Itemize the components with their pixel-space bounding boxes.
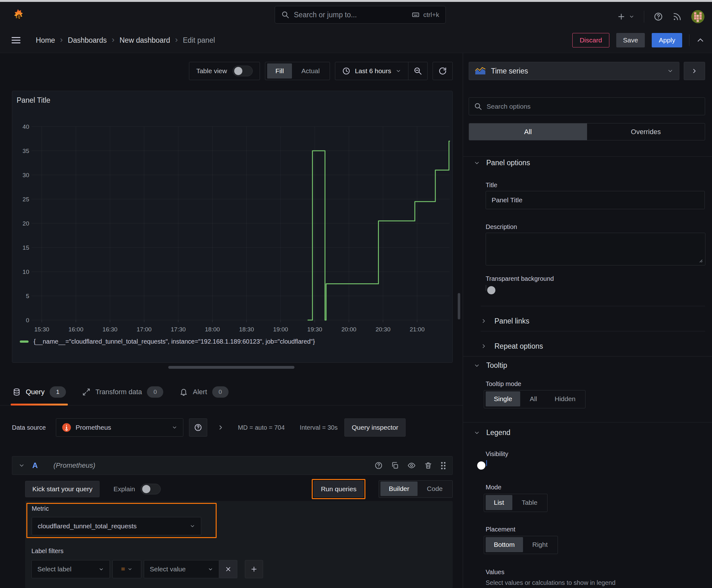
time-range-picker[interactable]: Last 6 hours — [335, 62, 408, 80]
scope-overrides[interactable]: Overrides — [587, 123, 705, 140]
query-ref-id: A — [33, 461, 38, 470]
options-search[interactable] — [469, 97, 705, 115]
visibility-toggle[interactable] — [486, 460, 487, 466]
tooltip-mode-all[interactable]: All — [521, 391, 545, 406]
tab-query[interactable]: Query 1 — [13, 378, 66, 405]
series-label[interactable]: {__name__="cloudflared_tunnel_total_requ… — [34, 338, 315, 345]
apply-button[interactable]: Apply — [652, 33, 682, 47]
placement-right[interactable]: Right — [524, 537, 556, 552]
duplicate-icon[interactable] — [391, 461, 399, 469]
placement-bottom[interactable]: Bottom — [486, 537, 523, 552]
eye-icon[interactable] — [407, 461, 416, 469]
title-input[interactable] — [491, 196, 699, 204]
search-icon — [281, 11, 289, 19]
discard-button[interactable]: Discard — [572, 33, 609, 47]
visualization-name: Time series — [491, 67, 662, 76]
svg-text:16:00: 16:00 — [68, 326, 84, 333]
prometheus-icon — [62, 423, 71, 432]
help-button[interactable] — [654, 12, 663, 21]
trash-icon[interactable] — [424, 461, 432, 469]
shortcut-hint: ctrl+k — [411, 11, 439, 19]
chevron-up-icon[interactable] — [696, 36, 705, 44]
transparent-bg-label: Transparent background — [486, 275, 554, 282]
svg-text:18:30: 18:30 — [239, 326, 254, 333]
data-source-picker[interactable]: Prometheus — [56, 418, 184, 437]
metric-select[interactable]: cloudflared_tunnel_total_requests — [32, 517, 201, 535]
query-inspector-button[interactable]: Query inspector — [344, 418, 405, 437]
section-tooltip[interactable]: Tooltip — [474, 361, 507, 370]
chevron-down-icon — [395, 68, 401, 74]
repeat-options-section[interactable]: Repeat options — [481, 336, 543, 356]
time-series-chart[interactable]: 051015202530354015:3016:0016:3017:0017:3… — [12, 91, 452, 362]
table-view-control: Table view — [189, 62, 260, 80]
visualization-picker[interactable]: Time series — [469, 62, 679, 80]
kick-start-button[interactable]: Kick start your query — [25, 481, 100, 497]
menu-toggle[interactable] — [11, 28, 21, 53]
main-area: Table view Fill Actual Last 6 hours — [0, 53, 712, 588]
remove-filter-button[interactable] — [219, 560, 237, 578]
refresh-button[interactable] — [433, 62, 453, 80]
legend-mode-list[interactable]: List — [486, 495, 512, 510]
table-view-toggle[interactable] — [233, 66, 253, 76]
scope-all[interactable]: All — [469, 123, 587, 140]
divider — [644, 11, 644, 23]
options-search-input[interactable] — [486, 102, 700, 110]
tooltip-mode-single[interactable]: Single — [486, 391, 520, 406]
section-panel-options[interactable]: Panel options — [474, 159, 530, 167]
fill-option[interactable]: Fill — [267, 63, 292, 79]
save-button[interactable]: Save — [616, 33, 645, 47]
svg-text:20:30: 20:30 — [375, 326, 390, 333]
select-value-dropdown[interactable]: Select value — [144, 560, 219, 578]
label-filters-label: Label filters — [31, 547, 63, 555]
transparent-bg-toggle[interactable] — [486, 285, 486, 291]
new-menu-button[interactable] — [617, 12, 634, 21]
svg-text:19:00: 19:00 — [273, 326, 288, 333]
series-color-swatch[interactable] — [20, 340, 28, 343]
select-label-dropdown[interactable]: Select label — [31, 560, 110, 578]
add-filter-button[interactable] — [245, 560, 263, 578]
actual-option[interactable]: Actual — [293, 63, 328, 79]
breadcrumb-new-dashboard[interactable]: New dashboard — [120, 36, 170, 45]
resize-drag-handle[interactable] — [168, 366, 295, 369]
zoom-out-button[interactable] — [408, 62, 427, 80]
tooltip-mode-hidden[interactable]: Hidden — [546, 391, 584, 406]
query-row-header[interactable]: A (Prometheus) — [12, 456, 453, 475]
legend-mode-table[interactable]: Table — [514, 495, 546, 510]
select-label-placeholder: Select label — [37, 565, 95, 573]
operator-dropdown[interactable]: = — [112, 560, 141, 578]
data-source-row: Data source Prometheus — [12, 418, 453, 437]
grafana-logo-icon[interactable] — [11, 8, 25, 23]
vertical-scrollbar[interactable] — [458, 293, 460, 319]
run-queries-button[interactable]: Run queries — [314, 481, 364, 497]
tab-transform-data[interactable]: Transform data 0 — [82, 378, 163, 405]
panel-links-section[interactable]: Panel links — [481, 311, 529, 331]
data-source-help-button[interactable] — [189, 418, 207, 437]
section-legend[interactable]: Legend — [474, 428, 511, 437]
drag-grip-icon[interactable] — [440, 461, 446, 469]
global-search[interactable]: Search or jump to... ctrl+k — [275, 6, 446, 24]
question-circle-icon[interactable] — [374, 461, 383, 469]
tab-query-label: Query — [26, 388, 45, 396]
code-option[interactable]: Code — [419, 482, 451, 496]
chevron-right-icon[interactable] — [217, 424, 224, 431]
refresh-icon — [438, 67, 447, 76]
divider — [481, 331, 705, 331]
description-input[interactable] — [486, 233, 706, 266]
title-field[interactable] — [486, 191, 705, 209]
chevron-down-icon — [474, 430, 480, 436]
breadcrumb-home[interactable]: Home — [36, 36, 55, 45]
description-field[interactable] — [486, 233, 706, 267]
hamburger-icon — [11, 35, 21, 45]
plus-icon — [250, 565, 258, 573]
tab-alert[interactable]: Alert 0 — [179, 378, 228, 405]
svg-text:16:30: 16:30 — [103, 326, 118, 333]
values-hint: Select values or calculations to show in… — [486, 579, 616, 586]
resize-handle-icon[interactable] — [698, 258, 703, 263]
editor-tabs: Query 1 Transform data 0 Alert 0 — [0, 378, 463, 405]
avatar[interactable] — [691, 10, 705, 23]
builder-option[interactable]: Builder — [381, 482, 417, 496]
collapse-options-button[interactable] — [684, 62, 705, 80]
breadcrumb-dashboards[interactable]: Dashboards — [68, 36, 107, 45]
news-button[interactable] — [672, 12, 682, 21]
explain-toggle[interactable] — [141, 484, 161, 495]
